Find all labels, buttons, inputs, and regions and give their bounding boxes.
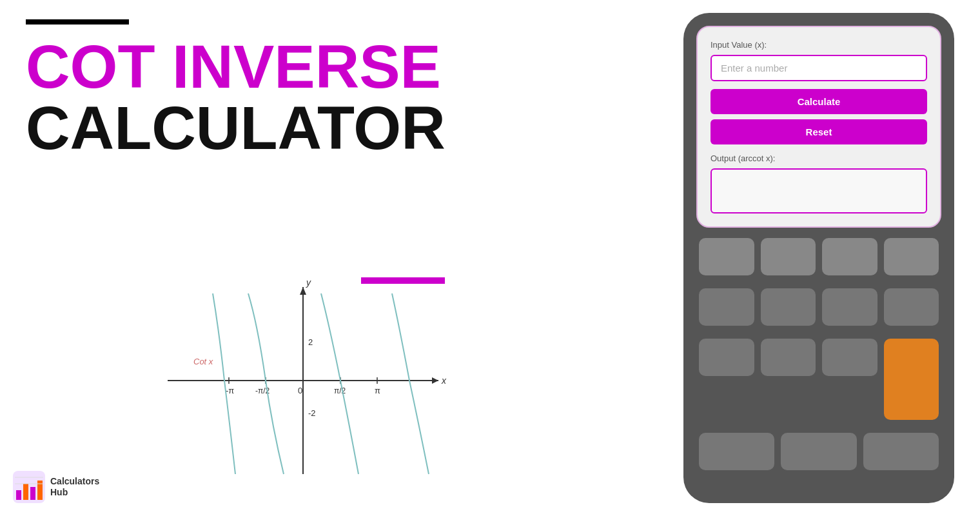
- calculator-screen: Input Value (x): Calculate Reset Output …: [696, 26, 941, 228]
- key-7[interactable]: [822, 288, 877, 326]
- svg-text:π/2: π/2: [334, 386, 346, 395]
- key-10[interactable]: [761, 339, 816, 376]
- key-3[interactable]: [822, 238, 877, 275]
- calculator-body: Input Value (x): Calculate Reset Output …: [683, 13, 954, 503]
- key-orange-enter[interactable]: [884, 339, 939, 420]
- input-label: Input Value (x):: [710, 40, 927, 50]
- svg-text:π: π: [375, 386, 380, 395]
- logo-container: Calculators Hub: [13, 471, 99, 503]
- svg-marker-3: [300, 287, 306, 295]
- svg-text:Cot x: Cot x: [193, 357, 213, 366]
- keypad-row4: [696, 430, 941, 473]
- svg-text:0: 0: [298, 386, 302, 395]
- svg-text:-π: -π: [226, 386, 234, 395]
- output-field: [710, 168, 927, 213]
- reset-button[interactable]: Reset: [710, 119, 927, 144]
- svg-rect-21: [30, 487, 35, 500]
- left-section: COT INVERSE CALCULATOR: [26, 19, 606, 165]
- key-12[interactable]: [699, 433, 774, 470]
- svg-marker-2: [432, 377, 438, 384]
- title-line1: COT INVERSE: [26, 36, 606, 97]
- keypad-row3: [696, 336, 941, 422]
- key-9[interactable]: [699, 339, 754, 376]
- key-2[interactable]: [761, 238, 816, 275]
- svg-text:-2: -2: [308, 408, 316, 418]
- key-8[interactable]: [884, 288, 939, 326]
- title-line2: CALCULATOR: [26, 97, 606, 159]
- logo-calculators: Calculators: [50, 476, 99, 487]
- graph-container: -π -π/2 0 π/2 π 2 -2 x y Cot x: [155, 277, 451, 484]
- svg-text:2: 2: [308, 337, 313, 347]
- key-14[interactable]: [863, 433, 939, 470]
- key-13[interactable]: [781, 433, 856, 470]
- calculate-button[interactable]: Calculate: [710, 89, 927, 114]
- key-5[interactable]: [699, 288, 754, 326]
- main-title: COT INVERSE CALCULATOR: [26, 36, 606, 159]
- cot-graph: -π -π/2 0 π/2 π 2 -2 x y Cot x: [155, 277, 451, 484]
- logo-text: Calculators Hub: [50, 476, 99, 498]
- svg-rect-19: [16, 490, 21, 500]
- key-11[interactable]: [822, 339, 877, 376]
- keypad-row2: [696, 286, 941, 328]
- number-input[interactable]: [710, 55, 927, 81]
- logo-hub: Hub: [50, 487, 99, 498]
- calculator-wrapper: Input Value (x): Calculate Reset Output …: [683, 13, 954, 503]
- svg-text:x: x: [441, 375, 447, 386]
- logo-icon: [13, 471, 45, 503]
- key-1[interactable]: [699, 238, 754, 275]
- title-bar-decoration: [26, 19, 129, 25]
- output-label: Output (arccot x):: [710, 154, 927, 163]
- keypad-row1: [696, 235, 941, 278]
- svg-rect-20: [23, 484, 28, 500]
- svg-text:y: y: [306, 277, 311, 288]
- key-4[interactable]: [884, 238, 939, 275]
- key-6[interactable]: [761, 288, 816, 326]
